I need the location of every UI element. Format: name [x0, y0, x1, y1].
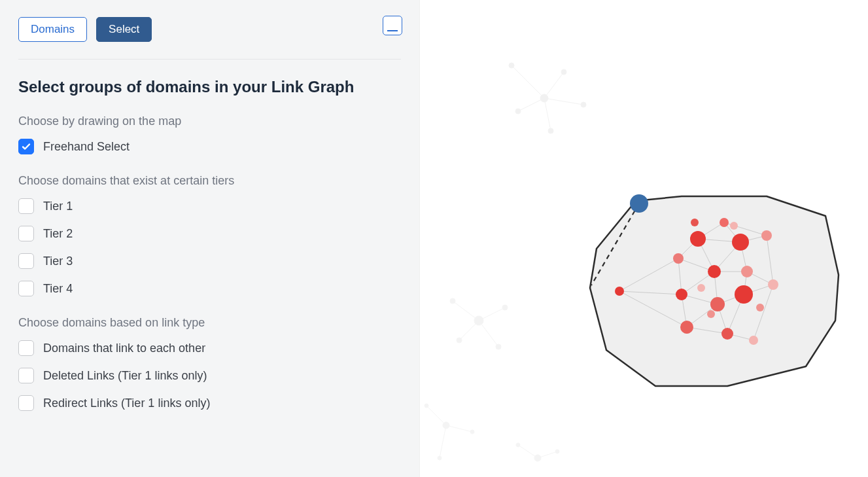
- checkbox-freehand[interactable]: [18, 139, 34, 154]
- checkbox-redirect-links[interactable]: [18, 395, 34, 411]
- tab-domains[interactable]: Domains: [18, 17, 87, 42]
- graph-node[interactable]: [691, 219, 699, 226]
- graph-node[interactable]: [708, 265, 721, 278]
- svg-line-3: [544, 98, 583, 105]
- panel-title: Select groups of domains in your Link Gr…: [18, 78, 401, 96]
- graph-node[interactable]: [707, 310, 715, 318]
- graph-canvas[interactable]: [420, 0, 868, 477]
- graph-node[interactable]: [680, 321, 693, 334]
- svg-line-2: [544, 72, 564, 98]
- section-draw-label: Choose by drawing on the map: [18, 115, 401, 128]
- graph-node[interactable]: [741, 266, 753, 277]
- svg-point-7: [515, 109, 521, 114]
- graph-node[interactable]: [749, 336, 758, 345]
- bg-cluster-4: [516, 443, 559, 461]
- label-deleted-links: Deleted Links (Tier 1 links only): [43, 369, 207, 383]
- graph-svg: [420, 0, 868, 477]
- option-link-each-other-row: Domains that link to each other: [18, 340, 401, 356]
- graph-node[interactable]: [697, 284, 705, 292]
- checkbox-tier1[interactable]: [18, 198, 34, 214]
- option-tier1-row: Tier 1: [18, 198, 401, 214]
- svg-point-10: [548, 128, 553, 133]
- bg-cluster-3: [425, 404, 474, 460]
- section-tiers-label: Choose domains that exist at certain tie…: [18, 174, 401, 188]
- graph-node[interactable]: [768, 279, 778, 290]
- graph-node[interactable]: [673, 253, 684, 264]
- label-tier1: Tier 1: [43, 200, 73, 213]
- check-icon: [21, 141, 31, 152]
- option-tier4-row: Tier 4: [18, 281, 401, 296]
- graph-node[interactable]: [676, 289, 687, 300]
- option-redirect-links-row: Redirect Links (Tier 1 links only): [18, 395, 401, 411]
- label-tier4: Tier 4: [43, 282, 73, 296]
- checkbox-deleted-links[interactable]: [18, 368, 34, 383]
- svg-line-0: [512, 65, 544, 98]
- graph-node[interactable]: [615, 287, 624, 296]
- option-tier3-row: Tier 3: [18, 253, 401, 269]
- label-link-each-other: Domains that link to each other: [43, 342, 205, 355]
- svg-point-19: [496, 344, 501, 349]
- svg-point-15: [474, 316, 483, 325]
- app-root: Domains Select Select groups of domains …: [0, 0, 868, 477]
- svg-point-16: [450, 298, 455, 304]
- tab-select[interactable]: Select: [96, 17, 152, 42]
- svg-line-1: [518, 98, 544, 111]
- graph-node[interactable]: [720, 218, 729, 227]
- graph-node[interactable]: [710, 297, 725, 311]
- collapse-button[interactable]: [383, 16, 402, 35]
- svg-point-23: [443, 422, 449, 429]
- bg-cluster-1: [509, 63, 586, 133]
- svg-point-29: [534, 455, 541, 461]
- control-panel: Domains Select Select groups of domains …: [0, 0, 420, 477]
- graph-node[interactable]: [690, 231, 706, 247]
- bg-cluster-2: [450, 298, 508, 349]
- svg-line-4: [544, 98, 551, 131]
- checkbox-tier3[interactable]: [18, 253, 34, 269]
- svg-point-9: [581, 102, 586, 107]
- graph-node[interactable]: [732, 234, 749, 251]
- svg-line-22: [440, 425, 446, 458]
- section-linktype-label: Choose domains based on link type: [18, 316, 401, 330]
- label-redirect-links: Redirect Links (Tier 1 links only): [43, 397, 210, 410]
- svg-point-18: [502, 305, 508, 310]
- svg-point-25: [470, 430, 474, 434]
- graph-node[interactable]: [730, 222, 738, 230]
- checkbox-tier4[interactable]: [18, 281, 34, 296]
- minimize-icon: [387, 30, 398, 31]
- label-tier3: Tier 3: [43, 255, 73, 268]
- label-tier2: Tier 2: [43, 227, 73, 241]
- option-deleted-links-row: Deleted Links (Tier 1 links only): [18, 368, 401, 383]
- graph-node[interactable]: [756, 304, 764, 311]
- tabs-row: Domains Select: [18, 17, 401, 60]
- svg-line-20: [426, 406, 446, 425]
- svg-line-21: [446, 425, 472, 432]
- checkbox-link-each-other[interactable]: [18, 340, 34, 356]
- graph-node[interactable]: [721, 328, 733, 340]
- selection-hull: [590, 196, 839, 386]
- svg-point-31: [555, 450, 559, 453]
- svg-point-6: [509, 63, 514, 68]
- origin-node[interactable]: [630, 194, 648, 213]
- option-tier2-row: Tier 2: [18, 226, 401, 241]
- svg-point-30: [516, 443, 520, 447]
- svg-point-17: [457, 338, 462, 343]
- svg-point-5: [540, 94, 548, 102]
- svg-point-24: [425, 404, 428, 408]
- checkbox-tier2[interactable]: [18, 226, 34, 241]
- svg-point-26: [438, 456, 442, 460]
- svg-point-8: [561, 69, 566, 75]
- label-freehand: Freehand Select: [43, 140, 130, 154]
- graph-node[interactable]: [761, 230, 772, 241]
- graph-node[interactable]: [735, 285, 753, 304]
- option-freehand-row: Freehand Select: [18, 139, 401, 154]
